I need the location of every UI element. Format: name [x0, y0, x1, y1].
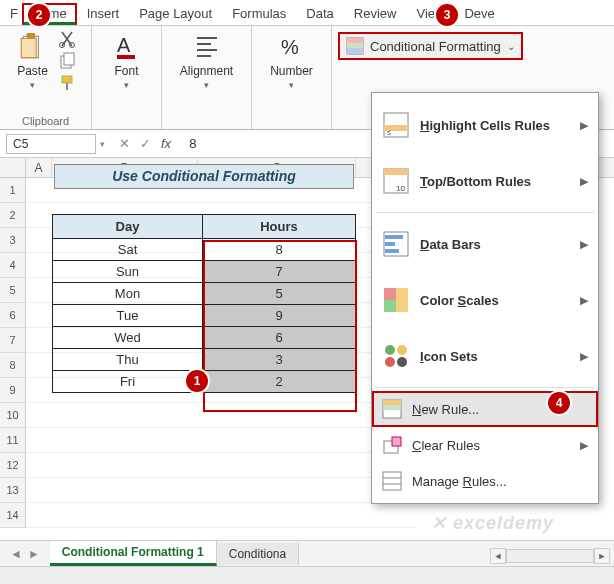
row-header[interactable]: 5	[0, 278, 26, 303]
table-header-hours: Hours	[203, 215, 355, 238]
scroll-left-icon[interactable]: ◄	[490, 548, 506, 564]
menu-manage-rules[interactable]: Manage Rules...	[372, 463, 598, 499]
cancel-icon[interactable]: ✕	[119, 136, 130, 151]
row-header[interactable]: 14	[0, 503, 26, 528]
table-cell[interactable]: Sun	[53, 261, 203, 282]
row-header[interactable]: 8	[0, 353, 26, 378]
tab-page-layout[interactable]: Page Layout	[129, 3, 222, 24]
table-cell[interactable]: Thu	[53, 349, 203, 370]
font-button[interactable]: A Font ▾	[110, 30, 144, 92]
row-header[interactable]: 7	[0, 328, 26, 353]
row-header[interactable]: 1	[0, 178, 26, 203]
svg-rect-42	[392, 437, 401, 446]
row-header[interactable]: 11	[0, 428, 26, 453]
table-cell[interactable]: 5	[203, 283, 355, 304]
clipboard-mini-buttons	[58, 30, 78, 92]
alignment-button[interactable]: Alignment ▾	[176, 30, 237, 92]
table-header-day: Day	[53, 215, 203, 238]
ribbon-tabs: F Home Insert Page Layout Formulas Data …	[0, 0, 614, 26]
menu-data-bars[interactable]: Data Bars ▶	[372, 216, 598, 272]
step-badge-1: 1	[186, 370, 208, 392]
svg-rect-19	[347, 48, 363, 54]
cut-icon[interactable]	[58, 30, 78, 48]
paste-icon	[20, 32, 46, 62]
table-cell[interactable]: 3	[203, 349, 355, 370]
fx-icon[interactable]: fx	[161, 136, 171, 151]
chevron-right-icon: ▶	[580, 350, 588, 363]
font-icon: A	[114, 32, 140, 62]
tab-insert[interactable]: Insert	[77, 3, 130, 24]
svg-rect-27	[385, 235, 403, 239]
svg-rect-30	[384, 288, 396, 300]
select-all-corner[interactable]	[0, 158, 26, 177]
table-cell[interactable]: 8	[203, 239, 355, 260]
tab-data[interactable]: Data	[296, 3, 343, 24]
chevron-down-icon: ▾	[30, 80, 35, 90]
table-cell[interactable]: 9	[203, 305, 355, 326]
menu-top-bottom[interactable]: 10 Top/Bottom Rules ▶	[372, 153, 598, 209]
menu-label: Top/Bottom Rules	[420, 174, 570, 189]
group-alignment: Alignment ▾	[162, 26, 252, 129]
svg-rect-18	[347, 43, 363, 48]
menu-label: Clear Rules	[412, 438, 570, 453]
row-header[interactable]: 6	[0, 303, 26, 328]
paste-button[interactable]: Paste ▾	[13, 30, 52, 92]
number-button[interactable]: % Number ▾	[266, 30, 317, 92]
row-header[interactable]: 9	[0, 378, 26, 403]
col-header-a[interactable]: A	[26, 158, 52, 177]
table-cell[interactable]: 7	[203, 261, 355, 282]
row-header[interactable]: 10	[0, 403, 26, 428]
accept-icon[interactable]: ✓	[140, 136, 151, 151]
sheet-tab-active[interactable]: Conditional Formatting 1	[50, 541, 217, 566]
conditional-formatting-button[interactable]: Conditional Formatting ⌄	[338, 32, 523, 60]
row-header[interactable]: 4	[0, 253, 26, 278]
chevron-down-icon: ▾	[124, 80, 129, 90]
table-cell[interactable]: Mon	[53, 283, 203, 304]
table-cell[interactable]: Wed	[53, 327, 203, 348]
table-cell[interactable]: 2	[203, 371, 355, 392]
menu-highlight-cells[interactable]: ≤ Highlight Cells Rules ▶	[372, 97, 598, 153]
table-cell[interactable]: 6	[203, 327, 355, 348]
manage-icon	[382, 471, 402, 491]
chevron-down-icon[interactable]: ▾	[96, 139, 109, 149]
tab-formulas[interactable]: Formulas	[222, 3, 296, 24]
table-cell[interactable]: Sat	[53, 239, 203, 260]
font-label: Font	[114, 64, 138, 78]
svg-point-36	[385, 357, 395, 367]
horizontal-scrollbar[interactable]: ◄►	[490, 548, 610, 564]
menu-icon-sets[interactable]: Icon Sets ▶	[372, 328, 598, 384]
newrule-icon	[382, 399, 402, 419]
status-bar	[0, 566, 614, 584]
svg-rect-24	[384, 169, 408, 175]
row-header[interactable]: 3	[0, 228, 26, 253]
number-label: Number	[270, 64, 313, 78]
sheet-tab[interactable]: Conditiona	[217, 543, 299, 565]
tab-review[interactable]: Review	[344, 3, 407, 24]
svg-rect-32	[384, 300, 396, 312]
row-header[interactable]: 13	[0, 478, 26, 503]
group-font: A Font ▾	[92, 26, 162, 129]
sheet-nav[interactable]: ◄►	[0, 547, 50, 561]
table-title: Use Conditional Formatting	[54, 164, 354, 189]
tab-developer[interactable]: Deve	[454, 3, 504, 24]
svg-text:10: 10	[396, 184, 405, 193]
table-cell[interactable]: Fri	[53, 371, 203, 392]
menu-clear-rules[interactable]: Clear Rules ▶	[372, 427, 598, 463]
row-header[interactable]: 12	[0, 453, 26, 478]
step-badge-4: 4	[548, 392, 570, 414]
clear-icon	[382, 435, 402, 455]
format-painter-icon[interactable]	[58, 74, 78, 92]
copy-icon[interactable]	[58, 52, 78, 70]
tab-file-edge[interactable]: F	[8, 3, 22, 24]
scroll-right-icon[interactable]: ►	[594, 548, 610, 564]
topbottom-icon: 10	[382, 167, 410, 195]
table-cell[interactable]: Tue	[53, 305, 203, 326]
row-header[interactable]: 2	[0, 203, 26, 228]
svg-text:≤: ≤	[387, 128, 392, 137]
svg-rect-1	[26, 33, 35, 38]
svg-rect-10	[117, 55, 135, 59]
name-box[interactable]: C5	[6, 134, 96, 154]
chevron-down-icon: ⌄	[507, 41, 515, 52]
colorscales-icon	[382, 286, 410, 314]
menu-color-scales[interactable]: Color Scales ▶	[372, 272, 598, 328]
